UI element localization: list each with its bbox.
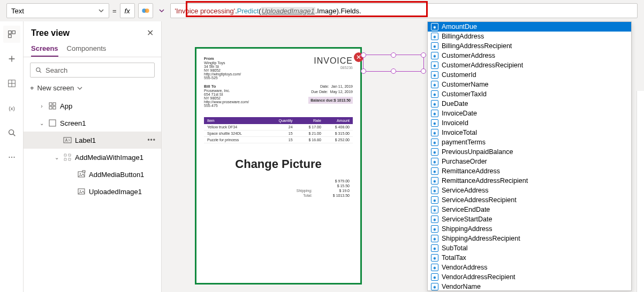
tree-item-label: AddMediaButton1 [89,171,144,179]
field-icon: ◉ [431,244,438,252]
resize-handle[interactable] [421,68,426,74]
dropdown-item-ServiceStartDate[interactable]: ◉ServiceStartDate [428,214,631,224]
dropdown-item-RemittanceAddressRecipient[interactable]: ◉RemittanceAddressRecipient [428,176,631,186]
dropdown-item-ServiceAddress[interactable]: ◉ServiceAddress [428,186,631,195]
formula-expand[interactable] [156,3,167,18]
dropdown-item-ServiceEndDate[interactable]: ◉ServiceEndDate [428,205,631,214]
svg-rect-4 [8,35,11,37]
tree-item-uploadedimage1[interactable]: UploadedImage1 [24,183,161,200]
property-selector[interactable]: Text [6,3,109,18]
dropdown-item-DueDate[interactable]: ◉DueDate [428,99,631,109]
new-screen-button[interactable]: + New screen [30,84,155,92]
dropdown-item-InvoiceDate[interactable]: ◉InvoiceDate [428,109,631,118]
tree-item-label: Label1 [75,136,96,144]
dropdown-item-VendorName[interactable]: ◉VendorName [428,282,631,291]
dropdown-item-label: CustomerAddressRecipient [442,62,523,69]
dropdown-item-ShippingAddress[interactable]: ◉ShippingAddress [428,224,631,234]
more-icon[interactable]: ••• [147,136,156,144]
dropdown-item-InvoiceId[interactable]: ◉InvoiceId [428,118,631,128]
dropdown-item-label: ShippingAddressRecipient [442,235,520,242]
caret-icon: ⌄ [54,155,60,160]
copilot-icon [141,6,150,15]
dropdown-item-PurchaseOrder[interactable]: ◉PurchaseOrder [428,157,631,166]
resize-handle[interactable] [361,68,366,74]
tree-item-label: Screen1 [60,119,86,127]
dropdown-item-label: InvoiceDate [442,110,477,117]
dropdown-item-ShippingAddressRecipient[interactable]: ◉ShippingAddressRecipient [428,234,631,243]
dropdown-item-label: paymentTerms [442,139,486,146]
field-icon: ◉ [431,100,438,107]
tab-screens[interactable]: Screens [31,41,58,57]
svg-rect-14 [49,106,52,109]
tree-item-label1[interactable]: Label1••• [24,132,161,149]
copilot-button[interactable] [138,3,153,18]
svg-text:(x): (x) [9,105,15,111]
tree-search[interactable]: Search [30,63,155,78]
rail-data[interactable] [3,75,20,92]
dropdown-item-VendorAddress[interactable]: ◉VendorAddress [428,263,631,272]
tree-list: ›App⌄Screen1Label1•••⌄AddMediaWithImage1… [24,97,161,292]
screen-icon [48,119,57,127]
rail-variables[interactable]: (x) [3,99,20,117]
tree-item-app[interactable]: ›App [24,97,161,114]
dropdown-item-label: ServiceEndDate [442,206,490,213]
dropdown-item-CustomerAddress[interactable]: ◉CustomerAddress [428,51,631,60]
tree-tabs: Screens Components [24,41,161,57]
dropdown-item-label: TotalTax [442,254,466,262]
dropdown-item-label: InvoiceId [442,119,468,127]
svg-rect-21 [69,158,71,160]
resize-handle[interactable] [421,52,426,58]
field-icon: ◉ [431,23,438,30]
fx-button[interactable]: fx [120,3,135,18]
field-icon: ◉ [431,225,438,233]
dropdown-item-RemittanceAddress[interactable]: ◉RemittanceAddress [428,166,631,176]
dropdown-item-label: InvoiceTotal [442,129,477,136]
new-screen-label: New screen [37,84,74,92]
dropdown-item-CustomerTaxId[interactable]: ◉CustomerTaxId [428,89,631,99]
svg-point-23 [80,173,81,174]
dropdown-item-PreviousUnpaidBalance[interactable]: ◉PreviousUnpaidBalance [428,147,631,157]
property-name: Text [11,7,24,15]
resize-handle[interactable] [391,52,396,58]
dropdown-item-CustomerName[interactable]: ◉CustomerName [428,80,631,89]
formula-input[interactable]: 'Invoice processing'.Predict(UploadedIma… [170,3,638,18]
change-picture-label[interactable]: Change Picture [204,157,353,171]
search-icon [35,66,42,74]
svg-point-7 [9,130,13,135]
dropdown-item-CustomerAddressRecipient[interactable]: ◉CustomerAddressRecipient [428,60,631,70]
dropdown-item-SubTotal[interactable]: ◉SubTotal [428,243,631,253]
dropdown-item-VendorAddressRecipient[interactable]: ◉VendorAddressRecipient [428,272,631,282]
tab-components[interactable]: Components [67,41,107,57]
tree-close[interactable]: ✕ [147,28,154,38]
dropdown-item-InvoiceTotal[interactable]: ◉InvoiceTotal [428,128,631,137]
dropdown-item-paymentTerms[interactable]: ◉paymentTerms [428,137,631,147]
intellisense-dropdown[interactable]: ◉AmountDue◉BillingAddress◉BillingAddress… [427,21,632,291]
label-icon [63,136,72,144]
dropdown-item-CustomerId[interactable]: ◉CustomerId [428,70,631,80]
svg-rect-12 [49,103,52,105]
dropdown-item-BillingAddressRecipient[interactable]: ◉BillingAddressRecipient [428,41,631,51]
rail-insert[interactable] [3,50,20,67]
rail-more[interactable] [3,149,20,166]
uploaded-image-preview[interactable]: From Wingtip Toys34 5th StNY 98052http:/… [195,47,362,285]
tree-item-screen1[interactable]: ⌄Screen1 [24,114,161,132]
rail-tree[interactable] [3,26,20,43]
rail-search[interactable] [3,124,20,141]
dropdown-item-AmountDue[interactable]: ◉AmountDue [428,22,631,32]
dropdown-item-label: PurchaseOrder [442,158,487,165]
resize-handle[interactable] [391,68,396,74]
dropdown-item-TotalTax[interactable]: ◉TotalTax [428,253,631,263]
tree-item-addmediawithimage1[interactable]: ⌄AddMediaWithImage1 [24,149,161,166]
field-icon: ◉ [431,148,438,156]
selected-label-control[interactable] [363,55,424,72]
dropdown-item-BillingAddress[interactable]: ◉BillingAddress [428,32,631,41]
resize-handle[interactable] [361,52,366,58]
left-rail: (x) [0,21,24,292]
dropdown-item-label: BillingAddress [442,33,484,40]
tree-item-addmediabutton1[interactable]: AddMediaButton1 [24,166,161,183]
field-icon: ◉ [431,71,438,79]
dropdown-item-ServiceAddressRecipient[interactable]: ◉ServiceAddressRecipient [428,195,631,205]
field-icon: ◉ [431,177,438,185]
svg-point-26 [80,190,81,191]
field-icon: ◉ [431,139,438,146]
